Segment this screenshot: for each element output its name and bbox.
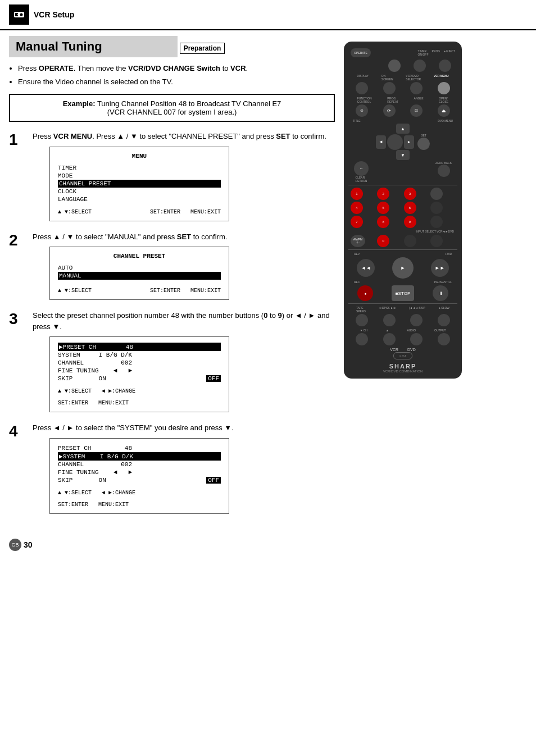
operate-button[interactable]: OPERATE — [351, 48, 371, 57]
vcr-dvd-selector-button[interactable] — [410, 82, 423, 94]
tape-speed-button[interactable] — [356, 314, 368, 326]
pause-still-button[interactable]: ⏸ — [433, 285, 448, 301]
step-1-content: Press VCR MENU. Press ▲ / ▼ to select "C… — [33, 131, 335, 221]
step-4-menu: PRESET CH 48 ▶SYSTEM I B/G D/K CHANNEL 0… — [49, 438, 229, 514]
vcr-menu-button[interactable] — [438, 82, 450, 94]
dpad: ▲ ◄ ► SET ▼ ↩ CLEARRETU — [348, 124, 457, 183]
step-1-text: Press VCR MENU. Press ▲ / ▼ to select "C… — [33, 131, 335, 142]
clear-return-label: CLEARRETURN — [356, 176, 367, 183]
menu-item-channel-preset: CHANNEL PRESET — [58, 180, 221, 188]
num-6-button[interactable]: 6 — [404, 202, 416, 214]
vcr-dvd-switch[interactable]: L⊙J — [393, 352, 412, 359]
prog-button[interactable] — [414, 60, 426, 72]
function-label: FUNCTIONCONTROL — [357, 97, 372, 103]
angle-button[interactable]: ⊡ — [410, 104, 423, 117]
dvd-menu-label: DVD MENU — [438, 119, 453, 122]
on-screen-button[interactable] — [383, 82, 396, 94]
gb-icon: GB — [9, 539, 21, 551]
page-body: Manual Tuning Preparation Press OPERATE.… — [0, 30, 536, 530]
number-grid: 1 2 3 4 5 6 7 8 9 — [351, 188, 455, 228]
ch-down-label: ▼ CH — [360, 329, 367, 332]
step-1-menu-title: MENU — [58, 153, 221, 160]
set-label: SET — [421, 134, 426, 137]
num-2-button[interactable]: 2 — [377, 188, 389, 200]
bullet-2: Ensure the Video channel is selected on … — [18, 76, 335, 88]
prog-repeat-button[interactable]: ⟳ — [383, 104, 396, 117]
rec-button[interactable]: ● — [357, 285, 373, 301]
example-label: Example: — [63, 99, 96, 108]
rev-label: REV — [354, 252, 360, 256]
rev-button[interactable]: ◄◄ — [357, 259, 375, 277]
play-button[interactable]: ► — [392, 257, 414, 279]
preparation-list: Press OPERATE. Then move the VCR/DVD CHA… — [18, 63, 335, 87]
stop-button[interactable]: ■STOP — [392, 285, 414, 301]
skip-back-button[interactable] — [410, 314, 423, 326]
eject-label: ▲EJECT — [443, 49, 455, 56]
output-button[interactable] — [438, 333, 450, 345]
fwd-button[interactable]: ►► — [431, 259, 449, 277]
menu-item-preset-ch: ▶PRESET CH 48 — [58, 343, 221, 351]
example-subtext: (VCR CHANNEL 007 for system I area.) — [107, 108, 237, 116]
header-title: VCR Setup — [34, 10, 74, 19]
dpad-center — [387, 134, 403, 150]
num-1-button[interactable]: 1 — [351, 188, 363, 200]
right-column: OPERATE TIMERON/OFF PROG ▲EJECT DISPLAY … — [344, 36, 467, 524]
num-7-button[interactable]: 7 — [351, 216, 363, 228]
sharp-branding: SHARP VCR/DVD COMBINATION — [348, 363, 457, 373]
footer-enter-exit-3: SET:ENTER MENU:EXIT — [58, 400, 129, 406]
step-4-text: Press ◄ / ► to select the "SYSTEM" you d… — [33, 422, 335, 434]
footer-select-4: ▲ ▼:SELECT ◄ ►:CHANGE — [58, 490, 135, 496]
skip-off-3: OFF — [206, 375, 221, 382]
step-2-content: Press ▲ / ▼ to select "MANUAL" and press… — [33, 231, 335, 300]
menu-item-preset-ch-4: PRESET CH 48 — [58, 444, 221, 452]
menu-item-auto: AUTO — [58, 264, 221, 272]
title-label: TITLE — [353, 119, 361, 122]
menu-item-system-3: SYSTEM I B/G D/K — [58, 351, 221, 359]
audio-button[interactable] — [410, 333, 423, 345]
dpad-right-button[interactable]: ► — [404, 135, 414, 149]
timer-onoff-button[interactable] — [388, 60, 401, 72]
step-4-number: 4 — [9, 422, 27, 439]
num-8-button[interactable]: 8 — [377, 216, 389, 228]
skip-search-button[interactable] — [430, 188, 443, 200]
dpad-down-button[interactable]: ▼ — [396, 150, 410, 160]
dpss-button[interactable] — [383, 314, 396, 326]
vcr-menu-label: VCR MENU — [434, 74, 449, 81]
ch-down-button[interactable] — [356, 333, 368, 345]
num-9-button[interactable]: 9 — [404, 216, 416, 228]
num-5-button[interactable]: 5 — [377, 202, 389, 214]
skip-label: SKIP ON — [58, 375, 110, 382]
empty-btn-2 — [430, 216, 443, 228]
clear-return-button[interactable]: ↩ — [354, 161, 369, 176]
skip-label-4: SKIP ON — [58, 477, 110, 484]
function-control-button[interactable]: ⊙ — [356, 104, 368, 117]
am-pm-button[interactable]: AM/PM-/-- — [351, 235, 365, 247]
menu-item-skip-4: SKIP ON OFF — [58, 476, 221, 484]
menu-item-timer: TIMER — [58, 164, 221, 172]
ch-up-button[interactable] — [383, 333, 396, 345]
step-2-menu-footer: ▲ ▼:SELECT SET:ENTER MENU:EXIT — [58, 288, 221, 294]
num-3-button[interactable]: 3 — [404, 188, 416, 200]
empty-btn-1 — [430, 202, 443, 214]
dpad-left-button[interactable]: ◄ — [376, 135, 386, 149]
input-select-button[interactable] — [404, 235, 416, 247]
rec-label: REC — [354, 280, 360, 284]
eject-button[interactable] — [439, 60, 451, 72]
zero-back-button[interactable] — [438, 165, 450, 177]
open-close-button[interactable]: ⏏ — [438, 104, 450, 117]
step-3-menu: ▶PRESET CH 48 SYSTEM I B/G D/K CHANNEL 0… — [49, 336, 229, 412]
num-0-button[interactable]: 0 — [377, 235, 389, 247]
vcr-dvd-selector-label: VCR/DVDSELECTOR — [406, 74, 421, 81]
step-4: 4 Press ◄ / ► to select the "SYSTEM" you… — [9, 422, 335, 514]
step-3-number: 3 — [9, 310, 27, 327]
step-4-menu-footer-2: SET:ENTER MENU:EXIT — [58, 502, 221, 508]
display-button[interactable] — [356, 82, 368, 94]
set-button[interactable] — [417, 138, 430, 150]
dpad-up-button[interactable]: ▲ — [396, 124, 410, 134]
skip-off-4: OFF — [206, 477, 221, 484]
remote-control: OPERATE TIMERON/OFF PROG ▲EJECT DISPLAY … — [344, 42, 462, 379]
num-4-button[interactable]: 4 — [351, 202, 363, 214]
slow-button[interactable] — [438, 314, 450, 326]
footer-select-3: ▲ ▼:SELECT ◄ ►:CHANGE — [58, 388, 135, 394]
sharp-sub: VCR/DVD COMBINATION — [348, 370, 457, 373]
